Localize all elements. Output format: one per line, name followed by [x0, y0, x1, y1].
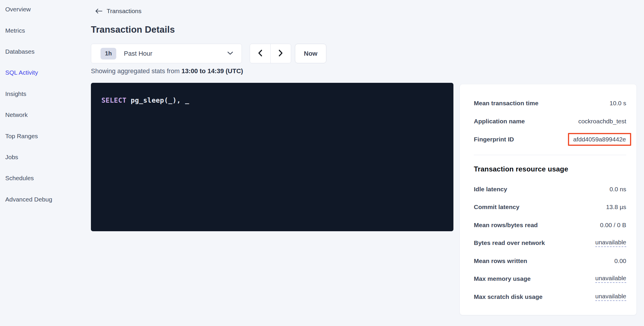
transaction-details-card: Mean transaction time 10.0 s Application… — [460, 84, 637, 315]
row-mean-transaction-time: Mean transaction time 10.0 s — [474, 94, 626, 112]
unavailable-tooltip-trigger[interactable]: unavailable — [595, 239, 626, 247]
unavailable-tooltip-trigger[interactable]: unavailable — [595, 275, 626, 283]
row-label: Fingerprint ID — [474, 136, 514, 143]
row-value: 0.00 — [614, 257, 626, 264]
row-bytes-read-over-network: Bytes read over network unavailable — [474, 234, 626, 252]
summary-rows: Mean transaction time 10.0 s Application… — [474, 84, 626, 148]
row-application-name: Application name cockroachdb_test — [474, 112, 626, 130]
sql-statement-text: pg_sleep(_), _ — [126, 97, 189, 104]
breadcrumb-label[interactable]: Transactions — [107, 8, 141, 15]
page-title: Transaction Details — [91, 24, 175, 35]
row-value: 10.0 s — [610, 100, 626, 107]
row-label: Max memory usage — [474, 275, 531, 282]
row-label: Idle latency — [474, 186, 507, 193]
stats-time-range: 13:00 to 14:39 (UTC) — [182, 67, 243, 75]
row-label: Bytes read over network — [474, 239, 545, 246]
sidebar-item-databases[interactable]: Databases — [0, 41, 83, 62]
time-range-value: Past Hour — [124, 50, 227, 57]
row-label: Commit latency — [474, 204, 519, 211]
row-label: Max scratch disk usage — [474, 293, 543, 300]
sidebar-item-jobs[interactable]: Jobs — [0, 147, 83, 168]
prev-time-button[interactable] — [250, 44, 271, 63]
row-label: Application name — [474, 118, 525, 125]
sidebar-item-advanced-debug[interactable]: Advanced Debug — [0, 189, 83, 210]
chevron-down-icon — [227, 51, 233, 56]
unavailable-tooltip-trigger[interactable]: unavailable — [595, 293, 626, 301]
sidebar-item-sql-activity[interactable]: SQL Activity — [0, 62, 83, 83]
sidebar-item-insights[interactable]: Insights — [0, 83, 83, 104]
chevron-right-icon — [278, 49, 284, 58]
time-range-select[interactable]: 1h Past Hour — [91, 44, 242, 63]
row-value: 13.8 µs — [606, 204, 626, 211]
now-button[interactable]: Now — [295, 44, 326, 63]
resource-usage-rows: Idle latency 0.0 ns Commit latency 13.8 … — [474, 174, 626, 306]
resource-usage-title: Transaction resource usage — [474, 165, 626, 174]
row-commit-latency: Commit latency 13.8 µs — [474, 198, 626, 216]
row-max-scratch-disk-usage: Max scratch disk usage unavailable — [474, 288, 626, 306]
sql-keyword: SELECT — [101, 97, 126, 104]
row-label: Mean rows written — [474, 257, 527, 264]
row-value: 0.0 ns — [610, 186, 626, 193]
row-fingerprint-id: Fingerprint ID afdd4059a899442e — [474, 130, 626, 148]
row-idle-latency: Idle latency 0.0 ns — [474, 180, 626, 198]
fingerprint-id-highlight: afdd4059a899442e — [568, 133, 631, 146]
row-max-memory-usage: Max memory usage unavailable — [474, 270, 626, 288]
sidebar: Overview Metrics Databases SQL Activity … — [0, 0, 83, 210]
next-time-button[interactable] — [271, 44, 291, 63]
row-label: Mean rows/bytes read — [474, 222, 538, 229]
sql-statement-box: SELECT pg_sleep(_), _ — [91, 83, 453, 231]
chevron-left-icon — [257, 49, 263, 58]
breadcrumb[interactable]: Transactions — [95, 8, 141, 15]
fingerprint-id-value: afdd4059a899442e — [573, 136, 626, 143]
time-range-pager — [250, 44, 291, 63]
row-label: Mean transaction time — [474, 100, 539, 107]
row-mean-rows-bytes-read: Mean rows/bytes read 0.00 / 0 B — [474, 216, 626, 234]
sidebar-item-overview[interactable]: Overview — [0, 0, 83, 20]
card-divider — [474, 155, 626, 155]
sidebar-item-metrics[interactable]: Metrics — [0, 20, 83, 41]
sidebar-item-top-ranges[interactable]: Top Ranges — [0, 125, 83, 146]
row-mean-rows-written: Mean rows written 0.00 — [474, 252, 626, 270]
row-value: cockroachdb_test — [578, 118, 626, 125]
sidebar-item-network[interactable]: Network — [0, 104, 83, 125]
time-range-badge: 1h — [101, 48, 116, 59]
aggregated-stats-caption: Showing aggregated stats from 13:00 to 1… — [91, 67, 243, 75]
back-arrow-icon[interactable] — [95, 8, 103, 14]
sidebar-item-schedules[interactable]: Schedules — [0, 168, 83, 189]
row-value: 0.00 / 0 B — [600, 222, 626, 229]
